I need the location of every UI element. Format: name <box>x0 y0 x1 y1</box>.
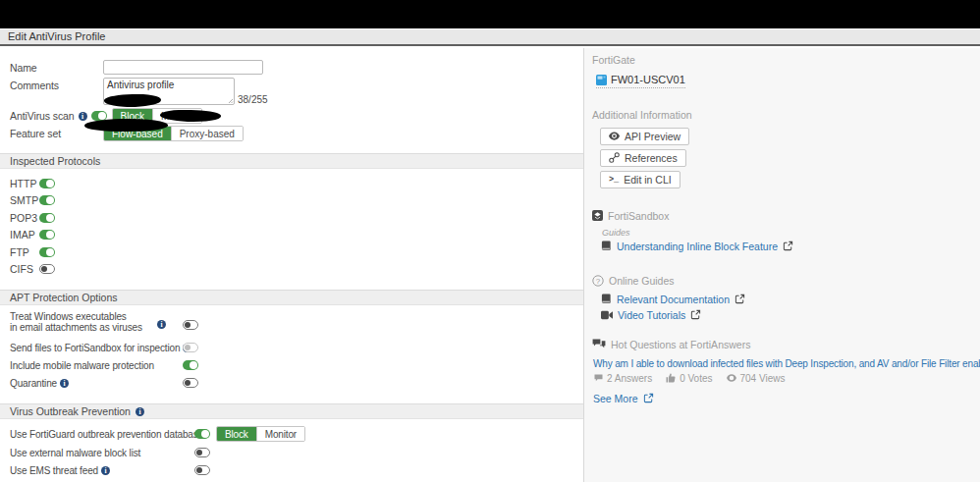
external-list-toggle[interactable] <box>194 448 210 457</box>
mobile-malware-label: Include mobile malware protection <box>10 360 154 371</box>
fortiguard-mode-segment: Block Monitor <box>216 426 305 442</box>
apt-row-fortisandbox: Send files to FortiSandbox for inspectio… <box>0 339 583 356</box>
http-toggle[interactable] <box>39 179 55 188</box>
fortianswers-question-link[interactable]: Why am I able to download infected files… <box>593 358 972 369</box>
ftp-label: FTP <box>10 246 39 258</box>
fortiguard-db-label: Use FortiGuard outbreak prevention datab… <box>10 429 203 440</box>
send-files-label: Send files to FortiSandbox for inspectio… <box>10 343 180 353</box>
protocol-row-pop3: POP3 <box>0 209 583 227</box>
info-icon[interactable] <box>101 466 110 475</box>
protocol-row-imap: IMAP <box>0 227 583 244</box>
block-option[interactable]: Block <box>217 427 256 441</box>
inspected-protocols-header: Inspected Protocols <box>0 153 583 169</box>
browser-chrome-redacted-bar <box>0 0 980 28</box>
external-link-icon[interactable] <box>783 241 793 251</box>
chat-bubbles-icon <box>592 339 606 349</box>
smtp-toggle[interactable] <box>39 195 55 205</box>
virus-outbreak-header: Virus Outbreak Prevention <box>0 403 583 419</box>
protocol-row-ftp: FTP <box>0 243 583 261</box>
api-preview-button[interactable]: API Preview <box>600 128 689 145</box>
treat-windows-toggle[interactable] <box>183 320 198 330</box>
external-list-label: Use external malware block list <box>10 448 140 458</box>
relevant-documentation-link[interactable]: Relevant Documentation <box>617 294 730 305</box>
smtp-label: SMTP <box>10 194 39 206</box>
protocol-row-http: HTTP <box>0 175 583 192</box>
pop3-toggle[interactable] <box>39 213 55 223</box>
http-label: HTTP <box>10 178 39 189</box>
info-icon[interactable] <box>60 379 69 388</box>
video-icon <box>601 310 613 320</box>
info-icon[interactable] <box>79 112 87 121</box>
apt-row-windows-executables: Treat Windows executables in email attac… <box>0 311 583 339</box>
info-icon[interactable] <box>136 407 144 416</box>
info-icon[interactable] <box>157 320 166 329</box>
additional-information-label: Additional Information <box>592 109 972 121</box>
fortigate-device-icon <box>596 75 607 85</box>
cifs-toggle[interactable] <box>39 264 55 274</box>
comments-char-counter: 38/255 <box>238 94 268 105</box>
fortiguard-db-toggle[interactable] <box>194 429 210 439</box>
question-stats: 2 Answers 0 Votes 704 Views <box>594 373 972 384</box>
mobile-malware-toggle[interactable] <box>183 360 198 370</box>
name-input[interactable] <box>103 60 263 75</box>
antivirus-scan-row: AntiVirus scan Block Monitor <box>0 108 583 124</box>
outbreak-row-ems: Use EMS threat feed <box>0 461 583 479</box>
cifs-label: CIFS <box>10 263 39 275</box>
ems-feed-label: Use EMS threat feed <box>10 465 98 476</box>
external-link-icon[interactable] <box>690 309 701 320</box>
hot-questions-section-header: Hot Questions at FortiAnswers <box>592 339 972 350</box>
proxy-based-option[interactable]: Proxy-based <box>171 127 243 140</box>
fortisandbox-section-header: FortiSandbox <box>592 210 972 222</box>
treat-windows-label-line1: Treat Windows executables <box>10 311 183 322</box>
monitor-option[interactable]: Monitor <box>256 427 304 441</box>
apt-protection-header: APT Protection Options <box>0 290 583 305</box>
views-eye-icon <box>727 374 736 382</box>
redacted-name-value <box>104 93 161 108</box>
fortisandbox-icon <box>592 210 603 221</box>
protocol-row-smtp: SMTP <box>0 192 583 210</box>
guides-label: Guides <box>602 228 972 238</box>
antivirus-profile-form: Name Comments Antivirus profile 38/255 A… <box>0 48 583 482</box>
book-icon <box>601 241 612 251</box>
references-button[interactable]: References <box>600 149 686 167</box>
external-link-icon[interactable] <box>735 294 745 304</box>
fortigate-section-label: FortiGate <box>592 54 972 66</box>
antivirus-scan-label: AntiVirus scan <box>10 110 75 122</box>
imap-toggle[interactable] <box>39 230 55 240</box>
link-icon <box>609 152 620 163</box>
svg-text:?: ? <box>596 276 601 285</box>
online-guides-section-header: ? Online Guides <box>592 275 972 287</box>
outbreak-row-fortiguard: Use FortiGuard outbreak prevention datab… <box>0 424 583 444</box>
video-tutorials-link[interactable]: Video Tutorials <box>618 309 685 321</box>
comments-label: Comments <box>10 78 103 91</box>
external-link-icon[interactable] <box>643 393 654 403</box>
eye-icon <box>609 132 620 140</box>
answers-stat: 2 Answers <box>594 373 652 384</box>
name-label: Name <box>10 60 103 74</box>
terminal-icon: >_ <box>609 175 619 185</box>
inline-block-feature-link[interactable]: Understanding Inline Block Feature <box>617 241 778 252</box>
edit-in-cli-button[interactable]: >_ Edit in CLI <box>600 171 681 188</box>
imap-label: IMAP <box>10 229 39 241</box>
textarea-resize-handle[interactable] <box>228 98 234 104</box>
name-row: Name <box>0 60 583 75</box>
views-stat: 704 Views <box>727 373 786 384</box>
votes-stat: 0 Votes <box>666 373 712 384</box>
pop3-label: POP3 <box>10 212 39 224</box>
device-name: FW01-USCV01 <box>611 74 685 85</box>
see-more-link[interactable]: See More <box>593 393 638 404</box>
ftp-toggle[interactable] <box>39 247 55 257</box>
send-files-toggle <box>183 343 198 352</box>
answer-bubble-icon <box>594 374 603 382</box>
book-icon <box>601 294 612 304</box>
outbreak-row-external-list: Use external malware block list <box>0 444 583 461</box>
quarantine-toggle[interactable] <box>183 378 198 388</box>
online-guides-title: Online Guides <box>609 275 675 287</box>
apt-row-quarantine: Quarantine <box>0 374 583 392</box>
fortigate-device[interactable]: FW01-USCV01 <box>596 74 685 88</box>
page-title: Edit AntiVirus Profile <box>0 28 980 46</box>
ems-feed-toggle[interactable] <box>194 465 210 475</box>
quarantine-label: Quarantine <box>10 378 57 389</box>
fortisandbox-title: FortiSandbox <box>608 210 669 222</box>
comments-row: Comments Antivirus profile 38/255 <box>0 78 583 105</box>
